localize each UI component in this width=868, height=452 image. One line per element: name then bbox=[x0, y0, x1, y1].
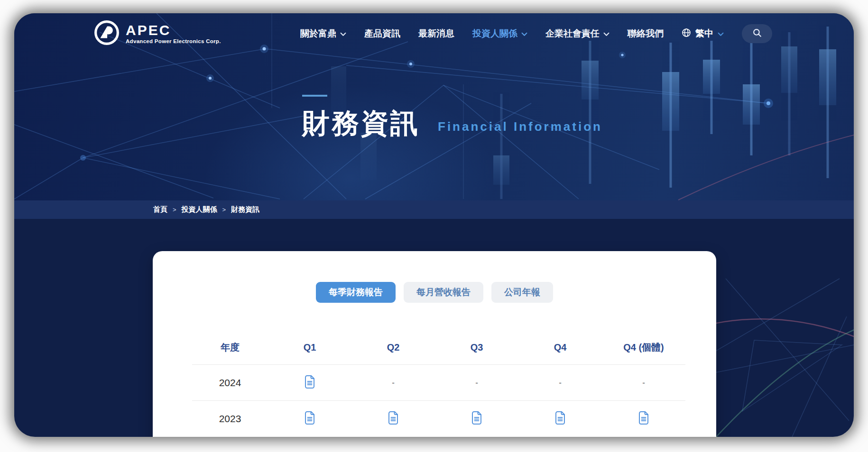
table-header-row: 年度 Q1 Q2 Q3 Q4 Q4 (個體) bbox=[192, 338, 685, 357]
breadcrumb-home[interactable]: 首頁 bbox=[153, 205, 167, 214]
nav-item-products[interactable]: 產品資訊 bbox=[364, 27, 400, 40]
document-icon bbox=[638, 411, 649, 427]
reports-table: 年度 Q1 Q2 Q3 Q4 Q4 (個體) 2024 bbox=[192, 338, 685, 436]
chevron-down-icon bbox=[718, 28, 724, 39]
chevron-down-icon bbox=[521, 28, 527, 39]
report-link-2024-q1[interactable] bbox=[304, 375, 315, 391]
column-header-q4-standalone: Q4 (個體) bbox=[602, 341, 685, 354]
nav-item-about[interactable]: 關於富鼎 bbox=[300, 27, 346, 40]
nav-item-investor-relations[interactable]: 投資人關係 bbox=[472, 27, 527, 40]
hero-title-block: 財務資訊 Financial Information bbox=[302, 108, 602, 138]
document-icon bbox=[304, 411, 315, 427]
search-button[interactable] bbox=[742, 24, 772, 43]
breadcrumb-investor-relations[interactable]: 投資人關係 bbox=[182, 205, 217, 214]
document-icon bbox=[388, 411, 399, 427]
year-label: 2024 bbox=[192, 377, 268, 389]
chevron-down-icon bbox=[603, 28, 609, 39]
report-tabs: 每季財務報告 每月營收報告 公司年報 bbox=[153, 282, 716, 303]
table-row-2024: 2024 - - - - bbox=[192, 364, 685, 400]
report-link-2023-q2[interactable] bbox=[388, 411, 399, 427]
apec-logo-icon bbox=[94, 20, 120, 47]
breadcrumb-current: 財務資訊 bbox=[231, 205, 259, 214]
magnifier-icon bbox=[752, 28, 762, 39]
page-subtitle: Financial Information bbox=[438, 119, 602, 138]
brand-logo[interactable]: APEC Advanced Power Electronics Corp. bbox=[94, 20, 221, 47]
nav-item-label: 產品資訊 bbox=[364, 27, 400, 40]
nav-item-label: 關於富鼎 bbox=[300, 27, 336, 40]
column-header-q1: Q1 bbox=[268, 342, 351, 353]
report-link-2023-q4[interactable] bbox=[554, 411, 566, 427]
document-icon bbox=[471, 411, 482, 427]
year-label: 2023 bbox=[192, 413, 268, 425]
column-header-year: 年度 bbox=[192, 341, 268, 354]
empty-report-cell: - bbox=[602, 378, 685, 388]
tab-quarterly-reports[interactable]: 每季財務報告 bbox=[316, 282, 396, 303]
tab-monthly-revenue[interactable]: 每月營收報告 bbox=[404, 282, 483, 303]
tab-annual-report[interactable]: 公司年報 bbox=[491, 282, 553, 303]
empty-report-cell: - bbox=[351, 378, 435, 388]
main-menu: 關於富鼎 產品資訊 最新消息 投資人關係 企業社會責任 聯絡我們 bbox=[300, 24, 772, 43]
column-header-q4: Q4 bbox=[518, 342, 602, 353]
nav-item-contact[interactable]: 聯絡我們 bbox=[628, 27, 664, 40]
table-row-2023: 2023 bbox=[192, 400, 685, 436]
page-title: 財務資訊 bbox=[302, 108, 420, 138]
nav-item-label: 投資人關係 bbox=[472, 27, 517, 40]
document-icon bbox=[554, 411, 566, 427]
column-header-q3: Q3 bbox=[435, 342, 518, 353]
language-label: 繁中 bbox=[695, 27, 713, 40]
chevron-down-icon bbox=[340, 28, 346, 39]
brand-tagline: Advanced Power Electronics Corp. bbox=[126, 38, 221, 44]
page-frame: APEC Advanced Power Electronics Corp. 關於… bbox=[14, 13, 854, 437]
language-selector[interactable]: 繁中 bbox=[682, 27, 724, 40]
brand-name: APEC bbox=[126, 23, 221, 37]
column-header-q2: Q2 bbox=[351, 342, 435, 353]
report-link-2023-q3[interactable] bbox=[471, 411, 482, 427]
nav-item-label: 企業社會責任 bbox=[545, 27, 600, 40]
report-link-2023-q1[interactable] bbox=[304, 411, 315, 427]
globe-icon bbox=[682, 28, 691, 40]
breadcrumb-separator: > bbox=[222, 206, 226, 213]
breadcrumb: 首頁 > 投資人關係 > 財務資訊 bbox=[14, 200, 854, 219]
nav-item-csr[interactable]: 企業社會責任 bbox=[545, 27, 609, 40]
reports-card: 每季財務報告 每月營收報告 公司年報 年度 Q1 Q2 Q3 Q4 Q4 (個體… bbox=[153, 251, 716, 437]
breadcrumb-separator: > bbox=[173, 206, 176, 213]
nav-item-news[interactable]: 最新消息 bbox=[418, 27, 454, 40]
hero-accent-line bbox=[302, 95, 327, 97]
report-link-2023-q4-standalone[interactable] bbox=[638, 411, 649, 427]
nav-item-label: 聯絡我們 bbox=[628, 27, 664, 40]
top-nav: APEC Advanced Power Electronics Corp. 關於… bbox=[14, 13, 854, 51]
empty-report-cell: - bbox=[518, 378, 602, 388]
nav-item-label: 最新消息 bbox=[418, 27, 454, 40]
document-icon bbox=[304, 375, 315, 391]
empty-report-cell: - bbox=[435, 378, 518, 388]
